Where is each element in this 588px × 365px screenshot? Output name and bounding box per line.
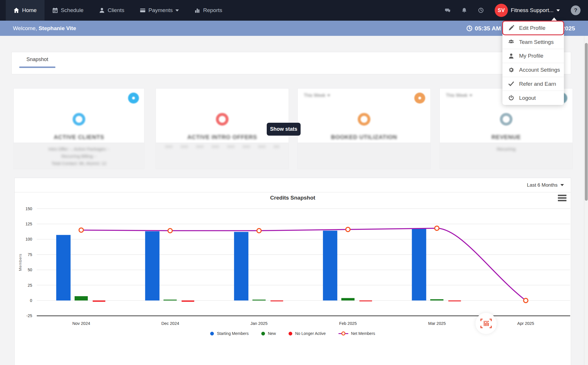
welcome-prefix: Welcome,: [13, 25, 37, 31]
credits-snapshot-panel: Last 6 Months Credits Snapshot 150125100…: [14, 178, 571, 365]
bar-chart-icon: [194, 7, 200, 13]
chevron-down-icon: [556, 9, 560, 11]
footer-line: Recurring: [440, 145, 572, 153]
current-time: 05:35 AM: [466, 25, 501, 32]
user-menu-trigger[interactable]: SV Fitness Support...: [495, 4, 560, 17]
nav-item-home[interactable]: Home: [6, 0, 45, 21]
nav-item-schedule[interactable]: Schedule: [45, 0, 91, 21]
time-text: 05:35 AM: [475, 25, 501, 32]
svg-text:75: 75: [28, 252, 32, 257]
nav-item-payments[interactable]: Payments: [132, 0, 187, 21]
stat-card-body: This WeekBOOKED UTILIZATION: [298, 89, 430, 143]
legend-dot: [210, 332, 214, 335]
legend-label: Net Members: [351, 331, 375, 336]
legend-item-new[interactable]: New: [261, 331, 276, 336]
legend-item-starting-members[interactable]: Starting Members: [210, 331, 248, 336]
chat-icon[interactable]: [445, 7, 450, 13]
nav-item-reports[interactable]: Reports: [187, 0, 230, 21]
stat-card-booked-utilization: This WeekBOOKED UTILIZATION: [297, 88, 431, 169]
card-period-dropdown[interactable]: This Week: [446, 93, 472, 98]
top-nav: HomeScheduleClientsPaymentsReports SV Fi…: [0, 0, 588, 21]
svg-text:Apr 2025: Apr 2025: [517, 321, 534, 326]
menu-item-my-profile[interactable]: My Profile: [502, 49, 564, 63]
svg-text:Feb 2025: Feb 2025: [339, 321, 357, 326]
nav-item-label: Payments: [148, 7, 173, 13]
donut-icon: [500, 113, 512, 126]
legend-item-net-members[interactable]: Net Members: [339, 331, 375, 336]
nav-item-label: Reports: [203, 7, 222, 13]
stat-card-body: ACTIVE CLIENTS: [14, 89, 144, 143]
person-icon: [99, 7, 105, 13]
welcome-user-name: Stephanie Vite: [38, 25, 76, 31]
stat-card-title: ACTIVE CLIENTS: [14, 134, 144, 140]
gear-icon: [508, 67, 514, 73]
menu-item-label: Account Settings: [519, 67, 560, 73]
nav-item-label: Clients: [108, 7, 124, 13]
scrollbar-track[interactable]: [584, 36, 588, 365]
barcode-scan-widget[interactable]: [475, 313, 497, 334]
net-members-swatch: [339, 331, 348, 335]
legend-item-no-longer-active[interactable]: No Longer Active: [289, 331, 326, 336]
stat-card-footer: Intro Offer: -, Active Packages: -Recurr…: [14, 143, 144, 169]
stat-card-active-clients: ACTIVE CLIENTSIntro Offer: -, Active Pac…: [13, 88, 144, 169]
team-icon: [508, 39, 514, 45]
stat-card-footer: [156, 143, 289, 169]
chevron-down-icon: [175, 9, 179, 11]
tab-bar-card: Snapshot: [11, 52, 571, 74]
donut-icon: [358, 113, 370, 126]
nav-item-clients[interactable]: Clients: [91, 0, 132, 21]
bell-icon[interactable]: [461, 7, 467, 13]
footer-line: Total Contact: 96, Alumni: 12: [14, 160, 144, 167]
menu-item-team-settings[interactable]: Team Settings: [502, 35, 564, 49]
svg-text:Jan 2025: Jan 2025: [250, 321, 268, 326]
legend-dot: [261, 332, 265, 335]
help-button[interactable]: ?: [571, 5, 581, 15]
card-info-badge[interactable]: [414, 93, 425, 104]
legend-label: New: [268, 331, 276, 336]
donut-icon: [73, 113, 85, 126]
footer-line: Intro Offer: -, Active Packages: -: [14, 145, 144, 153]
svg-text:125: 125: [26, 222, 32, 226]
clock-icon[interactable]: [478, 7, 484, 13]
tab-snapshot[interactable]: Snapshot: [19, 52, 55, 68]
user-menu-list: Edit ProfileTeam SettingsMy ProfileAccou…: [502, 21, 564, 105]
show-stats-button[interactable]: Show stats: [267, 123, 301, 136]
scrollbar-thumb[interactable]: [585, 43, 588, 201]
avatar[interactable]: SV: [495, 4, 508, 17]
menu-item-label: Team Settings: [519, 39, 554, 45]
tab-snapshot-label: Snapshot: [19, 56, 55, 63]
nav-item-label: Home: [22, 7, 37, 13]
main-nav-items: HomeScheduleClientsPaymentsReports: [0, 0, 230, 21]
stat-card-footer: Recurring: [440, 143, 572, 169]
svg-text:0: 0: [30, 298, 32, 303]
user-name: Fitness Support...: [511, 7, 554, 13]
card-period-dropdown[interactable]: This Week: [304, 93, 330, 98]
svg-text:100: 100: [26, 237, 32, 241]
tab-active-underline: [19, 67, 55, 68]
donut-icon: [216, 113, 229, 126]
welcome-message: Welcome, Stephanie Vite: [13, 25, 76, 32]
svg-text:Nov 2024: Nov 2024: [72, 321, 90, 326]
footer-line: Recurring Billing: -: [14, 153, 144, 160]
stat-card-title: BOOKED UTILIZATION: [298, 134, 430, 140]
pencil-icon: [508, 25, 514, 31]
menu-item-edit-profile[interactable]: Edit Profile: [502, 21, 564, 35]
home-icon: [13, 7, 19, 13]
menu-item-logout[interactable]: Logout: [502, 91, 564, 105]
barcode-icon: [480, 319, 492, 328]
menu-arrow: [551, 17, 557, 21]
user-icon: [508, 53, 514, 59]
menu-item-label: Refer and Earn: [519, 81, 556, 87]
menu-item-label: Logout: [519, 95, 536, 101]
calendar-icon: [52, 7, 58, 13]
svg-text:25: 25: [28, 283, 32, 288]
menu-item-label: My Profile: [519, 53, 543, 59]
menu-item-refer-and-earn[interactable]: Refer and Earn: [502, 77, 564, 91]
nav-item-label: Schedule: [61, 7, 84, 13]
menu-item-account-settings[interactable]: Account Settings: [502, 63, 564, 77]
nav-right-cluster: SV Fitness Support... ?: [445, 0, 588, 21]
card-info-badge[interactable]: [128, 93, 139, 104]
svg-text:150: 150: [26, 206, 32, 211]
credit-card-icon: [140, 7, 146, 13]
menu-item-label: Edit Profile: [519, 25, 546, 31]
